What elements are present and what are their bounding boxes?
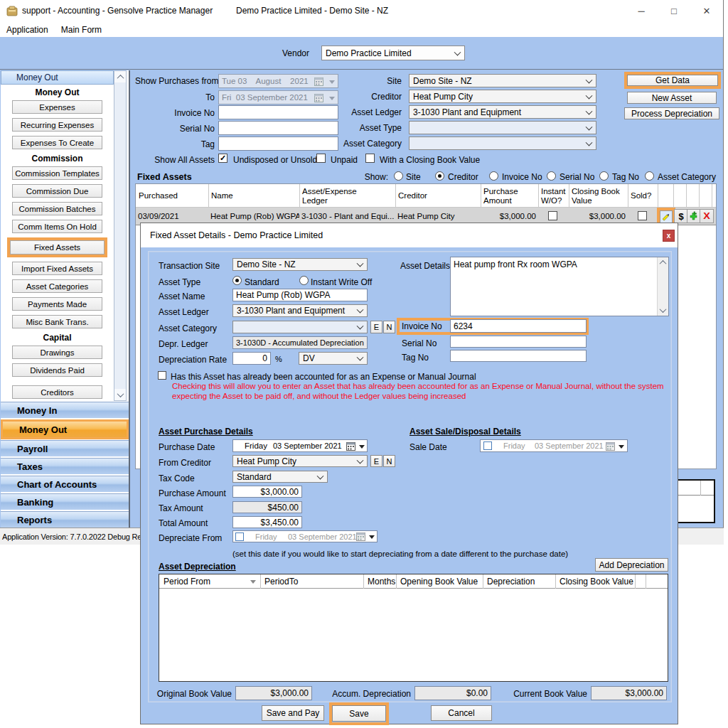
tag-input[interactable] — [218, 136, 338, 151]
dep-col-period-from[interactable]: Period From — [159, 574, 210, 589]
asset-name-input[interactable]: Heat Pump (Rob) WGPA — [232, 289, 368, 301]
col-instant-wo[interactable]: Instant W/O? — [538, 184, 569, 208]
show-tag-no-radio[interactable] — [599, 171, 609, 181]
purchase-date-picker[interactable]: Friday 03 September 2021 — [232, 439, 368, 452]
col-sold[interactable]: Sold? — [628, 184, 658, 208]
save-and-pay-button[interactable]: Save and Pay — [262, 705, 324, 721]
nav-money-out[interactable]: Money Out — [1, 419, 129, 439]
sidebar-item-commission-templates[interactable]: Commission Templates — [12, 166, 102, 180]
tax-amount-input[interactable]: $450.00 — [232, 501, 302, 513]
delete-asset-button[interactable]: X — [700, 209, 714, 223]
nav-payroll[interactable]: Payroll — [1, 440, 129, 456]
col-asset-expense-ledger[interactable]: Asset/Expense Ledger — [299, 184, 370, 208]
serial-no-input[interactable] — [218, 121, 338, 135]
dep-col-opening[interactable]: Opening Book Value — [396, 574, 478, 589]
dep-col-months[interactable]: Months — [363, 574, 395, 589]
menu-main-form[interactable]: Main Form — [55, 22, 108, 37]
sidebar-item-payments-made[interactable]: Payments Made — [12, 297, 102, 311]
col-creditor[interactable]: Creditor — [395, 184, 481, 208]
undisposed-checkbox[interactable]: ✓ — [218, 154, 228, 163]
site-select[interactable]: Demo Site - NZ — [409, 74, 596, 87]
vendor-select[interactable]: Demo Practice Limited — [321, 46, 465, 60]
from-creditor-edit-button[interactable]: E — [370, 455, 382, 467]
scroll-up-icon[interactable] — [114, 71, 126, 82]
accounted-checkbox[interactable] — [158, 371, 166, 380]
asset-details-textarea[interactable]: Heat pump front Rx room WGPA — [450, 257, 669, 316]
minimize-button[interactable]: ─ — [625, 0, 658, 22]
cancel-button[interactable]: Cancel — [431, 705, 492, 721]
sale-date-checkbox[interactable] — [483, 441, 492, 450]
col-name[interactable]: Name — [208, 184, 299, 208]
dialog-close-button[interactable]: x — [663, 230, 675, 242]
asset-type-instant-radio[interactable] — [299, 276, 309, 285]
new-asset-button[interactable]: New Asset — [627, 92, 717, 104]
dialog-invoice-no-input[interactable]: 6234 — [450, 319, 587, 333]
sidebar-item-asset-categories[interactable]: Asset Categories — [12, 279, 102, 293]
depreciation-method-select[interactable]: DV — [299, 352, 368, 365]
col-closing-book-value[interactable]: Closing Book Value — [569, 184, 628, 208]
show-creditor-radio[interactable] — [435, 171, 444, 181]
show-asset-category-radio[interactable] — [645, 171, 654, 181]
nav-money-in[interactable]: Money In — [1, 402, 129, 418]
sidebar-item-expenses-to-create[interactable]: Expenses To Create — [12, 136, 102, 149]
dep-col-period-to[interactable]: PeriodTo — [260, 574, 298, 589]
save-button[interactable]: Save — [332, 705, 386, 722]
col-purchased[interactable]: Purchased — [136, 184, 208, 208]
tax-code-select[interactable]: Standard — [232, 471, 328, 483]
show-site-radio[interactable] — [394, 171, 403, 181]
sidebar-item-dividends-paid[interactable]: Dividends Paid — [12, 363, 102, 377]
purchases-to-date[interactable]: Fri 03 September 2021 — [218, 90, 338, 105]
closing-book-value-checkbox[interactable] — [365, 154, 375, 163]
nav-chart-of-accounts[interactable]: Chart of Accounts — [1, 476, 129, 492]
sidebar-item-commission-batches[interactable]: Commission Batches — [12, 202, 102, 215]
sidebar-item-comm-items-on-hold[interactable]: Comm Items On Hold — [12, 220, 102, 233]
invoice-no-input[interactable] — [218, 105, 338, 119]
maximize-button[interactable]: □ — [658, 0, 690, 22]
purchases-from-date[interactable]: Tue 03 August 2021 — [218, 74, 338, 88]
sidebar-item-commission-due[interactable]: Commission Due — [12, 184, 102, 198]
textarea-scrollbar[interactable] — [657, 257, 668, 316]
asset-ledger-select[interactable]: 3-1030 Plant and Equipment — [232, 304, 368, 317]
from-creditor-new-button[interactable]: N — [383, 455, 395, 467]
nav-taxes[interactable]: Taxes — [1, 458, 129, 474]
total-amount-input[interactable]: $3,450.00 — [232, 516, 302, 528]
asset-type-select[interactable] — [409, 121, 596, 134]
depreciate-from-picker[interactable]: Friday 03 September 2021 — [232, 530, 378, 542]
dialog-serial-no-input[interactable] — [450, 336, 587, 348]
sidebar-scrollbar[interactable] — [114, 70, 127, 401]
show-serial-no-radio[interactable] — [547, 171, 556, 181]
unpaid-checkbox[interactable] — [316, 154, 326, 163]
depreciation-rate-input[interactable]: 0 — [232, 352, 271, 365]
get-data-button[interactable]: Get Data — [627, 75, 718, 86]
from-creditor-select[interactable]: Heat Pump City — [232, 455, 368, 467]
depr-ledger-input[interactable]: 3-1030D - Accumulated Depreciation — [232, 336, 368, 349]
add-depreciation-button[interactable]: Add Depreciation — [595, 558, 668, 572]
asset-category-new-button[interactable]: N — [383, 321, 395, 333]
sidebar-item-import-fixed-assets[interactable]: Import Fixed Assets — [12, 262, 102, 275]
dep-col-depreciation[interactable]: Depreciation — [483, 574, 535, 589]
show-invoice-no-radio[interactable] — [489, 171, 498, 181]
process-depreciation-button[interactable]: Process Depreciation — [624, 107, 719, 119]
depreciate-from-checkbox[interactable] — [235, 532, 244, 541]
asset-category-select[interactable] — [409, 136, 596, 150]
close-button[interactable]: ✕ — [690, 0, 723, 22]
sidebar-item-creditors[interactable]: Creditors — [12, 385, 102, 399]
scroll-down-icon[interactable] — [114, 389, 126, 400]
sidebar-item-expenses[interactable]: Expenses — [12, 100, 102, 114]
asset-ledger-select[interactable]: 3-1030 Plant and Equipment — [409, 105, 596, 119]
asset-category-select[interactable] — [232, 321, 368, 333]
pay-asset-button[interactable]: $ — [674, 209, 688, 223]
sidebar-item-fixed-assets[interactable]: Fixed Assets — [10, 240, 105, 255]
sale-date-picker[interactable]: Friday 03 September 2021 — [480, 439, 628, 452]
sold-checkbox[interactable] — [638, 211, 647, 220]
creditor-select[interactable]: Heat Pump City — [409, 90, 596, 103]
sidebar-item-drawings[interactable]: Drawings — [12, 346, 102, 359]
col-purchase-amount[interactable]: Purchase Amount — [481, 184, 530, 208]
dialog-tag-no-input[interactable] — [450, 350, 587, 362]
menu-application[interactable]: Application — [0, 22, 55, 37]
purchase-amount-input[interactable]: $3,000.00 — [232, 486, 302, 498]
instant-wo-checkbox[interactable] — [548, 211, 557, 220]
nav-reports[interactable]: Reports — [1, 511, 129, 528]
dep-col-closing[interactable]: Closing Book Value — [555, 574, 633, 589]
asset-type-standard-radio[interactable] — [232, 276, 242, 285]
